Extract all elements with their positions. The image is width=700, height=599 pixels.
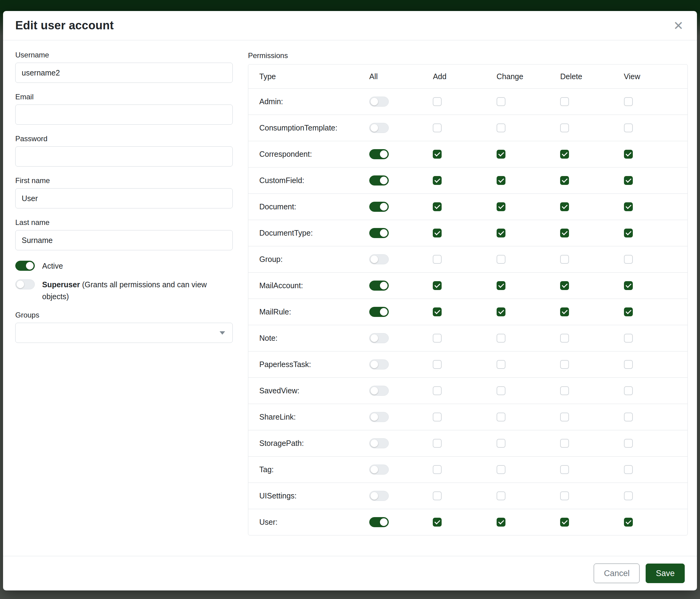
cancel-button[interactable]: Cancel: [594, 564, 640, 583]
permission-delete-checkbox[interactable]: [560, 97, 569, 106]
permissions-table-row: MailRule:: [248, 298, 688, 325]
permission-delete-checkbox[interactable]: [560, 439, 569, 448]
permission-all-toggle[interactable]: [369, 254, 389, 264]
permission-delete-checkbox[interactable]: [560, 202, 569, 211]
permission-all-toggle[interactable]: [369, 333, 389, 343]
permission-change-checkbox[interactable]: [497, 465, 505, 474]
permission-add-checkbox[interactable]: [433, 413, 442, 422]
permission-change-checkbox[interactable]: [497, 413, 505, 422]
permission-view-checkbox[interactable]: [624, 308, 633, 316]
permission-add-checkbox[interactable]: [433, 176, 442, 185]
permission-all-toggle[interactable]: [369, 123, 389, 133]
toggle-knob: [371, 334, 378, 342]
permission-add-checkbox[interactable]: [433, 492, 442, 500]
permission-delete-checkbox[interactable]: [560, 386, 569, 395]
permission-all-toggle[interactable]: [369, 517, 389, 527]
permission-add-checkbox[interactable]: [433, 281, 442, 290]
permission-change-checkbox[interactable]: [497, 308, 505, 316]
permission-view-checkbox[interactable]: [624, 229, 633, 237]
permission-delete-checkbox[interactable]: [560, 518, 569, 527]
permission-view-checkbox[interactable]: [624, 150, 633, 159]
permission-add-checkbox[interactable]: [433, 334, 442, 342]
last-name-input[interactable]: [15, 230, 233, 250]
permission-delete-checkbox[interactable]: [560, 308, 569, 316]
permission-all-toggle[interactable]: [369, 412, 389, 422]
permission-add-checkbox[interactable]: [433, 386, 442, 395]
permission-all-toggle[interactable]: [369, 175, 389, 186]
permission-delete-checkbox[interactable]: [560, 229, 569, 237]
permission-delete-checkbox[interactable]: [560, 492, 569, 500]
permission-change-checkbox[interactable]: [497, 386, 505, 395]
permission-change-checkbox[interactable]: [497, 176, 505, 185]
permission-add-checkbox[interactable]: [433, 202, 442, 211]
permission-change-checkbox[interactable]: [497, 492, 505, 500]
permission-add-checkbox[interactable]: [433, 518, 442, 527]
permission-change-checkbox[interactable]: [497, 202, 505, 211]
permission-delete-checkbox[interactable]: [560, 123, 569, 132]
permission-view-checkbox[interactable]: [624, 465, 633, 474]
superuser-toggle[interactable]: [15, 279, 35, 289]
email-input[interactable]: [15, 104, 233, 125]
permission-all-toggle[interactable]: [369, 464, 389, 475]
permission-change-checkbox[interactable]: [497, 281, 505, 290]
permission-view-checkbox[interactable]: [624, 492, 633, 500]
permission-change-checkbox[interactable]: [497, 97, 505, 106]
permission-change-checkbox[interactable]: [497, 439, 505, 448]
permission-view-checkbox[interactable]: [624, 439, 633, 448]
permission-view-checkbox[interactable]: [624, 176, 633, 185]
permission-delete-checkbox[interactable]: [560, 281, 569, 290]
permission-add-checkbox[interactable]: [433, 229, 442, 237]
permission-add-checkbox[interactable]: [433, 255, 442, 264]
permission-add-checkbox[interactable]: [433, 465, 442, 474]
permission-change-checkbox[interactable]: [497, 360, 505, 369]
permission-add-checkbox[interactable]: [433, 150, 442, 159]
password-input[interactable]: [15, 146, 233, 167]
permission-all-toggle[interactable]: [369, 228, 389, 238]
permission-view-checkbox[interactable]: [624, 123, 633, 132]
permission-view-checkbox[interactable]: [624, 202, 633, 211]
permission-delete-checkbox[interactable]: [560, 150, 569, 159]
permission-all-toggle[interactable]: [369, 491, 389, 501]
permission-all-toggle[interactable]: [369, 281, 389, 291]
permissions-section: Permissions Type All Add Change Delete V…: [248, 51, 688, 550]
permission-all-toggle[interactable]: [369, 202, 389, 212]
permission-delete-checkbox[interactable]: [560, 334, 569, 342]
active-toggle[interactable]: [15, 261, 35, 271]
permission-delete-checkbox[interactable]: [560, 413, 569, 422]
permission-change-checkbox[interactable]: [497, 334, 505, 342]
permission-change-checkbox[interactable]: [497, 255, 505, 264]
permission-add-checkbox[interactable]: [433, 308, 442, 316]
permission-delete-checkbox[interactable]: [560, 360, 569, 369]
permission-add-checkbox[interactable]: [433, 360, 442, 369]
permission-delete-checkbox[interactable]: [560, 465, 569, 474]
username-input[interactable]: [15, 63, 233, 83]
permission-all-toggle[interactable]: [369, 97, 389, 107]
permission-all-toggle[interactable]: [369, 359, 389, 369]
permission-add-checkbox[interactable]: [433, 97, 442, 106]
permission-view-checkbox[interactable]: [624, 334, 633, 342]
permission-view-checkbox[interactable]: [624, 360, 633, 369]
permission-change-checkbox[interactable]: [497, 123, 505, 132]
permission-all-toggle[interactable]: [369, 149, 389, 159]
permission-view-checkbox[interactable]: [624, 386, 633, 395]
save-button[interactable]: Save: [646, 564, 685, 583]
groups-select[interactable]: [15, 323, 233, 343]
permission-view-checkbox[interactable]: [624, 255, 633, 264]
permission-all-toggle[interactable]: [369, 386, 389, 396]
permission-view-checkbox[interactable]: [624, 518, 633, 527]
permission-add-checkbox[interactable]: [433, 123, 442, 132]
permission-view-checkbox[interactable]: [624, 281, 633, 290]
permission-view-checkbox[interactable]: [624, 97, 633, 106]
close-icon[interactable]: ✕: [673, 20, 683, 32]
permission-all-toggle[interactable]: [369, 438, 389, 448]
permission-all-toggle[interactable]: [369, 307, 389, 317]
permission-change-checkbox[interactable]: [497, 229, 505, 237]
permission-delete-checkbox[interactable]: [560, 255, 569, 264]
permission-delete-checkbox[interactable]: [560, 176, 569, 185]
permission-change-checkbox[interactable]: [497, 518, 505, 527]
permission-view-checkbox[interactable]: [624, 413, 633, 422]
permission-change-checkbox[interactable]: [497, 150, 505, 159]
permission-add-checkbox[interactable]: [433, 439, 442, 448]
toggle-knob: [380, 308, 388, 316]
first-name-input[interactable]: [15, 188, 233, 209]
